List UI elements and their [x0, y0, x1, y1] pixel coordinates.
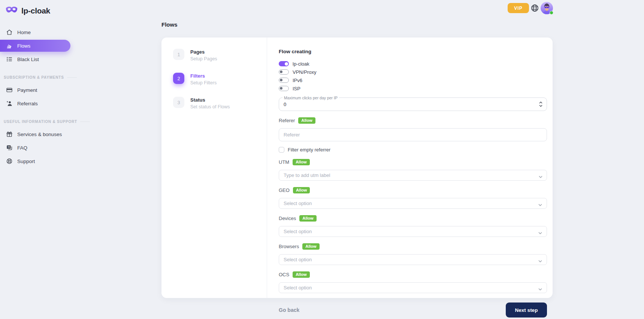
form-footer: Go back Next step	[279, 303, 547, 318]
toggle-lp-cloak[interactable]: lp-cloak	[279, 60, 547, 68]
wizard-step-2[interactable]: 2FiltersSetup Filters	[173, 73, 267, 85]
ocs-select[interactable]: Select option	[279, 282, 547, 293]
toggle-switch[interactable]	[279, 78, 289, 83]
referer-input[interactable]	[279, 128, 547, 141]
wizard-step-1[interactable]: 1PagesSetup Pages	[173, 49, 267, 61]
flows-icon	[6, 42, 13, 49]
step-subtitle: Set status of Flows	[190, 104, 230, 109]
wizard-step-3[interactable]: 3StatusSet status of Flows	[173, 97, 267, 109]
sidebar-item-label: Home	[17, 30, 31, 35]
step-number: 1	[173, 49, 184, 60]
toggle-list: lp-cloakVPN/ProxyIPv6ISP	[279, 60, 547, 93]
group-utm: UTMAllow	[279, 159, 547, 181]
sidebar-item-label: Referrals	[17, 101, 38, 106]
allow-badge[interactable]: Allow	[293, 271, 309, 278]
checkbox-label: Filter empty referrer	[288, 147, 330, 153]
toggle-switch[interactable]	[279, 86, 289, 91]
referrals-icon	[6, 100, 13, 107]
select-placeholder: Select option	[284, 229, 312, 234]
sidebar-item-referrals[interactable]: Referrals	[0, 97, 82, 109]
allow-badge[interactable]: Allow	[298, 117, 315, 124]
svg-text:?!: ?!	[7, 146, 10, 149]
brand[interactable]: lp-cloak	[0, 0, 82, 18]
sidebar-item-support[interactable]: Support	[0, 155, 82, 167]
go-back-button[interactable]: Go back	[279, 307, 299, 313]
allow-badge[interactable]: Allow	[293, 159, 309, 165]
sidebar-item-faq[interactable]: ?!FAQ	[0, 142, 82, 154]
next-step-button[interactable]: Next step	[506, 303, 547, 318]
form-title: Flow creating	[279, 49, 547, 54]
caret-down-icon	[538, 201, 542, 207]
flow-card: 1PagesSetup Pages2FiltersSetup Filters3S…	[161, 37, 553, 298]
vip-button[interactable]: VIP	[508, 3, 529, 13]
brand-name: lp-cloak	[21, 6, 50, 15]
group-label: Referer	[279, 118, 295, 123]
sidebar: lp-cloak HomeFlowsBlack ListSUBSCRIPTION…	[0, 0, 82, 319]
sidebar-item-label: Payment	[17, 87, 37, 93]
group-head: OCSAllow	[279, 271, 547, 278]
toggle-isp[interactable]: ISP	[279, 84, 547, 93]
sidebar-item-flows[interactable]: Flows	[0, 40, 70, 52]
home-icon	[6, 29, 13, 36]
filter-groups: RefererAllowFilter empty referrerUTMAllo…	[279, 117, 547, 293]
sidebar-item-home[interactable]: Home	[0, 26, 82, 38]
devices-select[interactable]: Select option	[279, 226, 547, 237]
toggle-vpn-proxy[interactable]: VPN/Proxy	[279, 68, 547, 76]
toggle-label: IPv6	[293, 78, 302, 83]
group-browsers: BrowsersAllowSelect option	[279, 243, 547, 265]
support-icon	[6, 158, 13, 165]
faq-icon: ?!	[6, 144, 13, 151]
step-title: Pages	[190, 49, 217, 55]
sidebar-nav: HomeFlowsBlack ListSUBSCRIPTION & PAYMEN…	[0, 18, 82, 167]
payment-icon	[6, 87, 13, 94]
group-label: GEO	[279, 187, 290, 193]
toggle-label: ISP	[293, 86, 300, 91]
flow-form: Flow creating lp-cloakVPN/ProxyIPv6ISP M…	[267, 37, 553, 298]
filter-empty-referrer-checkbox[interactable]: Filter empty referrer	[279, 147, 547, 153]
sidebar-item-payment[interactable]: Payment	[0, 84, 82, 96]
group-head: DevicesAllow	[279, 215, 547, 222]
allow-badge[interactable]: Allow	[299, 215, 316, 222]
mask-logo-icon	[5, 6, 18, 16]
group-geo: GEOAllowSelect option	[279, 187, 547, 209]
avatar[interactable]	[541, 2, 553, 14]
select-placeholder: Select option	[284, 257, 312, 262]
select-placeholder: Select option	[284, 201, 312, 206]
toggle-ipv6[interactable]: IPv6	[279, 76, 547, 84]
step-subtitle: Setup Filters	[190, 80, 217, 85]
step-title: Filters	[190, 73, 217, 79]
stepper-icon[interactable]	[539, 102, 542, 107]
page-title: Flows	[161, 21, 178, 28]
select-placeholder: Select option	[284, 285, 312, 291]
caret-down-icon	[538, 285, 542, 292]
group-head: RefererAllow	[279, 117, 547, 124]
geo-select[interactable]: Select option	[279, 198, 547, 209]
sidebar-item-services-bonuses[interactable]: Services & bonuses	[0, 128, 82, 140]
toggle-label: VPN/Proxy	[293, 69, 317, 75]
utm-combo	[279, 170, 547, 181]
sidebar-item-label: FAQ	[17, 145, 27, 151]
toggle-label: lp-cloak	[293, 61, 309, 67]
checkbox-box[interactable]	[279, 147, 284, 153]
toggle-switch[interactable]	[279, 69, 289, 75]
group-devices: DevicesAllowSelect option	[279, 215, 547, 237]
step-text: FiltersSetup Filters	[190, 73, 217, 85]
allow-badge[interactable]: Allow	[302, 243, 319, 250]
sidebar-item-black-list[interactable]: Black List	[0, 53, 82, 65]
step-number: 3	[173, 97, 184, 108]
black-list-icon	[6, 56, 13, 63]
allow-badge[interactable]: Allow	[293, 187, 310, 193]
globe-icon[interactable]	[530, 4, 539, 12]
browsers-select[interactable]: Select option	[279, 254, 547, 265]
group-label: OCS	[279, 272, 289, 277]
max-clicks-label: Maximum clicks per day per IP	[282, 96, 339, 100]
group-referer: RefererAllowFilter empty referrer	[279, 117, 547, 153]
toggle-switch[interactable]	[279, 61, 289, 66]
utm-input[interactable]	[279, 170, 547, 181]
step-text: StatusSet status of Flows	[190, 97, 230, 109]
sidebar-section-label: USEFUL INFORMATION & SUPPORT	[0, 120, 82, 124]
group-head: GEOAllow	[279, 187, 547, 193]
group-label: Devices	[279, 216, 296, 221]
caret-down-icon[interactable]	[539, 172, 542, 179]
max-clicks-input[interactable]	[279, 102, 539, 107]
